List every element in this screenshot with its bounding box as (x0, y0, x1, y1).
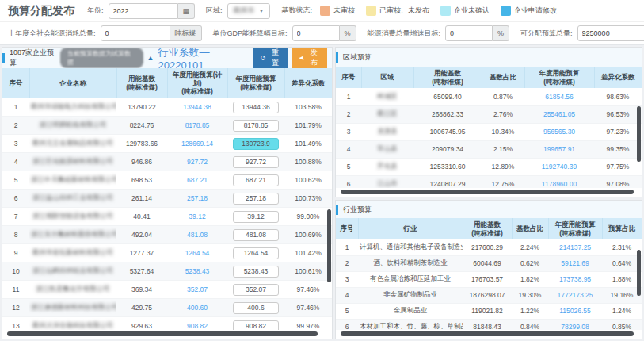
annual-budget-cell (227, 262, 284, 281)
planned-budget-value: 8178.85 (167, 117, 227, 135)
energy-base-value: 217600.29 (463, 239, 512, 255)
energy-base-value: 429.75 (116, 299, 167, 317)
enterprise-name: 衢州大洋生物科技有限公司 (29, 317, 116, 330)
diff-coefficient-value: 101.42% (284, 244, 332, 262)
vertical-scrollbar[interactable] (637, 106, 641, 162)
annual-budget-cell (227, 171, 284, 190)
base-share-value: 1.22% (512, 303, 548, 319)
diff-coefficient-value: 99.97% (284, 317, 332, 330)
row-index: 3 (336, 271, 358, 287)
annual-budget-input[interactable] (233, 266, 279, 278)
row-index: 7 (2, 208, 29, 226)
year-input[interactable] (109, 3, 178, 19)
energy-base-value: 8224.76 (116, 117, 167, 135)
industry-row: 3 有色金属冶炼和压延加工业 176703.57 1.82% 173738.95… (336, 271, 642, 287)
budget-share-value: 1.24% (602, 303, 642, 319)
diff-coefficient-value: 100.61% (284, 262, 332, 281)
publish-button[interactable]: ➤ 发布 (292, 47, 327, 71)
industry-coefficient-link[interactable]: 行业系数—20220101 (158, 47, 254, 71)
prev-year-consumption-input[interactable] (101, 25, 170, 41)
annual-budget-input[interactable] (233, 193, 279, 205)
reset-button[interactable]: ↺ 重置 (253, 47, 288, 71)
enterprise-budget-panel: 1087家企业预算 当前预算数据为试算数据 ▲ 行业系数—20220101 ↺ … (2, 47, 333, 339)
calendar-icon[interactable]: ▦ (178, 3, 196, 19)
row-index: 5 (336, 158, 361, 175)
planned-budget-value: 352.07 (167, 281, 227, 299)
annual-budget-input[interactable] (233, 120, 279, 132)
vertical-scrollbar[interactable] (637, 250, 641, 296)
enterprise-row: 10 浙江仙鹤特种纸业有限公司 5327.64 5238.43 100.61% (2, 262, 332, 281)
annual-budget-value: 78299.08 (548, 319, 602, 330)
diff-coefficient-value: 99.35% (594, 140, 642, 158)
energy-base-value: 209079.34 (413, 140, 482, 158)
planned-budget-value: 257.18 (167, 190, 227, 208)
legend-swatch (440, 6, 451, 16)
annual-budget-cell (227, 299, 284, 317)
energy-base-value: 129783.66 (116, 135, 167, 153)
row-index: 4 (2, 153, 29, 171)
region-name: 柯城区 (361, 88, 413, 105)
enterprise-name: 衢州元立金属制品有限公司 (29, 135, 116, 153)
horizontal-scrollbar[interactable] (341, 190, 634, 194)
annual-budget-value: 956565.30 (524, 123, 594, 140)
planned-budget-value: 908.82 (167, 317, 227, 330)
row-index: 12 (2, 299, 29, 317)
diff-coefficient-value: 100.69% (284, 226, 332, 244)
annual-budget-value: 1772173.25 (548, 287, 602, 303)
annual-budget-value: 214137.25 (548, 239, 602, 255)
budget-share-value: 19.16% (602, 287, 642, 303)
enterprise-row: 12 浙江康德新材料科技有限公司 429.75 400.60 97.46% (2, 299, 332, 317)
legend-label: 已审核、未发布 (379, 6, 429, 16)
row-index: 2 (2, 117, 29, 135)
enterprise-row: 8 浙江东方氟材料股份有限公司 492.04 481.08 100.69% (2, 226, 332, 244)
diff-coefficient-value: 97.46% (284, 299, 332, 317)
energy-base-value: 176703.57 (463, 271, 512, 287)
enterprise-row: 5 浙江中天氟硅新材料有限公司 698.53 687.21 100.62% (2, 171, 332, 190)
annual-budget-input[interactable] (233, 102, 279, 113)
accent-bar (336, 205, 338, 215)
annual-budget-input[interactable] (233, 211, 279, 223)
diff-coefficient-value: 97.46% (284, 281, 332, 299)
horizontal-scrollbar[interactable] (7, 331, 318, 336)
annual-budget-input[interactable] (233, 156, 279, 168)
legend-swatch (501, 6, 511, 16)
chevron-down-icon: ▼ (259, 8, 265, 13)
enterprise-name: 衢州华友钴新材料有限公司 (29, 244, 116, 262)
industry-name: 有色金属冶炼和压延加工业 (358, 271, 463, 287)
vertical-scrollbar[interactable] (327, 209, 331, 282)
annual-budget-input[interactable] (233, 284, 279, 296)
annual-budget-cell (227, 190, 284, 208)
annual-budget-input[interactable] (233, 174, 279, 186)
annual-budget-input[interactable] (233, 229, 279, 241)
annual-budget-cell (227, 153, 284, 171)
legend-label: 未审核 (333, 6, 355, 16)
gdp-target-input[interactable] (292, 25, 340, 41)
allocatable-budget-input[interactable] (577, 25, 644, 41)
region-budget-panel: 区域预算 序号 区域 用能基数(吨标准煤) 基数占比 年度用能预算(吨标准煤) … (335, 47, 642, 197)
growth-target-input[interactable] (445, 25, 493, 41)
growth-target-label: 能源消费总量增速目标: (368, 29, 441, 39)
base-share-value: 2.15% (482, 140, 524, 158)
annual-budget-input[interactable] (233, 138, 279, 150)
horizontal-scrollbar[interactable] (341, 331, 634, 336)
row-index: 3 (2, 135, 29, 153)
gdp-target-label: 单位GDP能耗降幅目标: (213, 29, 288, 39)
region-row: 2 衢江区 268862.33 2.76% 255461.05 96.53% (336, 105, 642, 123)
legend-swatch (366, 6, 376, 16)
row-index: 5 (2, 171, 29, 190)
unit-label: 吨标煤 (170, 25, 202, 41)
region-table: 序号 区域 用能基数(吨标准煤) 基数占比 年度用能预算(吨标准煤) 差异化系数 (336, 67, 642, 188)
region-select[interactable]: 衢州市 ▼ (227, 3, 271, 19)
draft-status-pill: 当前预算数据为试算数据 (60, 48, 143, 68)
industry-name: 计算机、通信和其他电子设备制造业 (358, 239, 463, 255)
energy-base-value: 261.14 (116, 190, 167, 208)
page-title: 预算分配发布 (8, 4, 74, 18)
budget-share-value: 1.88% (602, 271, 642, 287)
annual-budget-input[interactable] (233, 247, 279, 259)
budget-share-value: 0.64% (602, 255, 642, 271)
legend-swatch (320, 6, 330, 16)
annual-budget-input[interactable] (233, 302, 279, 314)
annual-budget-input[interactable] (233, 320, 279, 330)
row-index: 2 (336, 255, 358, 271)
enterprise-name: 浙江明辉机电有限公司 (29, 117, 116, 135)
